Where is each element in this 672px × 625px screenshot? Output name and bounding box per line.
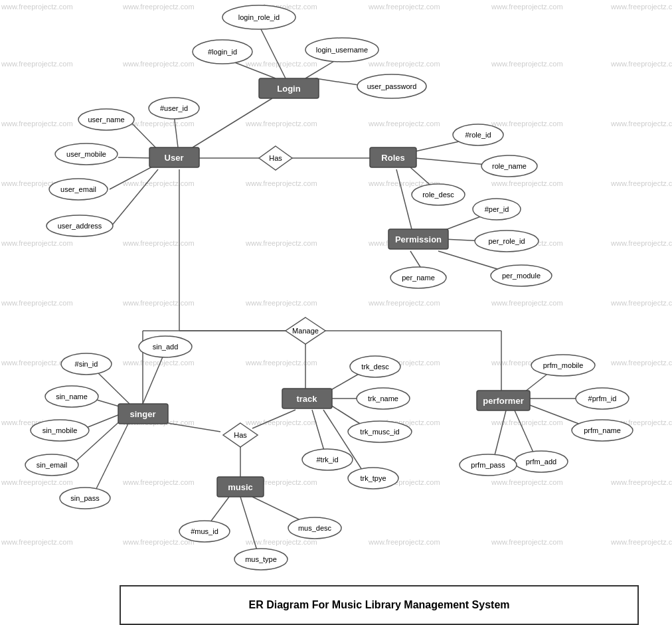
svg-text:www.freeprojectz.com: www.freeprojectz.com: [122, 478, 195, 486]
svg-line-75: [396, 169, 412, 229]
svg-text:www.freeprojectz.com: www.freeprojectz.com: [610, 299, 672, 307]
attr-sin-mobile-label: sin_mobile: [42, 426, 78, 434]
attr-user-mobile-label: user_mobile: [66, 150, 106, 158]
svg-text:www.freeprojectz.com: www.freeprojectz.com: [491, 120, 563, 128]
svg-text:www.freeprojectz.com: www.freeprojectz.com: [368, 3, 440, 11]
attr-mus-desc-label: mus_desc: [298, 524, 332, 532]
attr-trk-desc-label: trk_desc: [361, 363, 389, 371]
attr-mus-type-label: mus_type: [245, 555, 277, 563]
svg-text:www.freeprojectz.com: www.freeprojectz.com: [491, 478, 563, 486]
svg-text:www.freeprojectz.com: www.freeprojectz.com: [245, 239, 317, 247]
svg-text:www.freeprojectz.com: www.freeprojectz.com: [1, 239, 73, 247]
attr-login-id-label: #login_id: [208, 48, 237, 56]
svg-text:www.freeprojectz.com: www.freeprojectz.com: [245, 120, 317, 128]
svg-text:www.freeprojectz.com: www.freeprojectz.com: [610, 538, 672, 546]
svg-text:www.freeprojectz.com: www.freeprojectz.com: [245, 359, 317, 367]
svg-text:www.freeprojectz.com: www.freeprojectz.com: [610, 359, 672, 367]
svg-text:www.freeprojectz.com: www.freeprojectz.com: [610, 3, 672, 11]
rel-has-singer-track-label: Has: [234, 431, 247, 439]
attr-user-password-label: user_password: [367, 82, 417, 90]
attr-user-name-label: user_name: [88, 116, 124, 124]
entity-roles-label: Roles: [381, 153, 404, 163]
attr-prfm-name-label: prfm_name: [584, 426, 621, 434]
attr-role-name-label: role_name: [492, 162, 527, 170]
attr-per-id-label: #per_id: [485, 205, 509, 213]
caption-text: ER Diagram For Music Library Management …: [249, 599, 510, 611]
attr-trk-name-label: trk_name: [368, 395, 398, 402]
svg-text:www.freeprojectz.com: www.freeprojectz.com: [122, 359, 195, 367]
entity-music-label: music: [228, 482, 253, 492]
attr-prfm-mobile-label: prfm_mobile: [543, 361, 584, 369]
svg-line-108: [240, 497, 259, 557]
svg-text:www.freeprojectz.com: www.freeprojectz.com: [1, 60, 73, 68]
attr-prfm-pass-label: prfm_pass: [471, 461, 505, 469]
entity-track-label: track: [296, 394, 317, 404]
attr-prfm-add-label: prfm_add: [526, 458, 556, 466]
svg-line-96: [312, 410, 325, 455]
svg-text:www.freeprojectz.com: www.freeprojectz.com: [245, 538, 317, 546]
svg-text:www.freeprojectz.com: www.freeprojectz.com: [245, 299, 317, 307]
svg-text:www.freeprojectz.com: www.freeprojectz.com: [122, 299, 195, 307]
svg-text:www.freeprojectz.com: www.freeprojectz.com: [1, 478, 73, 486]
attr-mus-id-label: #mus_id: [191, 527, 218, 535]
attr-user-email-label: user_email: [60, 185, 96, 193]
attr-prfm-id-label: #prfm_id: [588, 395, 617, 402]
svg-text:www.freeprojectz.com: www.freeprojectz.com: [368, 60, 440, 68]
svg-line-67: [118, 157, 154, 158]
entity-permission-label: Permission: [395, 234, 442, 244]
attr-sin-name-label: sin_name: [56, 393, 88, 401]
attr-sin-email-label: sin_email: [37, 461, 67, 469]
attr-user-id-label: #user_id: [160, 104, 188, 112]
svg-line-69: [112, 169, 158, 226]
svg-text:www.freeprojectz.com: www.freeprojectz.com: [491, 538, 563, 546]
svg-text:www.freeprojectz.com: www.freeprojectz.com: [491, 418, 563, 426]
svg-text:www.freeprojectz.com: www.freeprojectz.com: [122, 179, 195, 187]
er-diagram: www.freeprojectz.com www.freeprojectz.co…: [0, 0, 672, 578]
svg-text:www.freeprojectz.com: www.freeprojectz.com: [1, 538, 73, 546]
svg-line-92: [92, 424, 128, 498]
svg-text:www.freeprojectz.com: www.freeprojectz.com: [491, 3, 563, 11]
svg-text:www.freeprojectz.com: www.freeprojectz.com: [368, 299, 440, 307]
svg-text:www.freeprojectz.com: www.freeprojectz.com: [368, 538, 440, 546]
svg-text:www.freeprojectz.com: www.freeprojectz.com: [245, 60, 317, 68]
svg-line-88: [94, 369, 129, 404]
svg-text:www.freeprojectz.com: www.freeprojectz.com: [122, 60, 195, 68]
attr-per-module-label: per_module: [502, 272, 541, 280]
svg-text:www.freeprojectz.com: www.freeprojectz.com: [610, 179, 672, 187]
attr-trk-id-label: #trk_id: [316, 456, 338, 464]
svg-line-60: [259, 25, 286, 78]
svg-text:www.freeprojectz.com: www.freeprojectz.com: [491, 179, 563, 187]
attr-trk-tpye-label: trk_tpye: [360, 474, 386, 482]
svg-text:www.freeprojectz.com: www.freeprojectz.com: [491, 60, 563, 68]
attr-trk-musc-id-label: trk_musc_id: [360, 428, 399, 436]
entity-singer-label: singer: [129, 409, 155, 419]
entity-performer-label: performer: [483, 396, 523, 406]
svg-text:www.freeprojectz.com: www.freeprojectz.com: [122, 538, 195, 546]
svg-text:www.freeprojectz.com: www.freeprojectz.com: [245, 179, 317, 187]
attr-sin-add-label: sin_add: [153, 343, 179, 351]
attr-role-desc-label: role_desc: [422, 191, 454, 199]
svg-text:www.freeprojectz.com: www.freeprojectz.com: [1, 299, 73, 307]
attr-role-id-label: #role_id: [465, 131, 491, 139]
entity-login-label: Login: [277, 84, 300, 94]
svg-text:www.freeprojectz.com: www.freeprojectz.com: [1, 3, 73, 11]
rel-has-user-roles-label: Has: [269, 154, 282, 162]
svg-text:www.freeprojectz.com: www.freeprojectz.com: [368, 120, 440, 128]
svg-text:www.freeprojectz.com: www.freeprojectz.com: [245, 418, 317, 426]
attr-sin-pass-label: sin_pass: [70, 494, 100, 502]
svg-text:www.freeprojectz.com: www.freeprojectz.com: [491, 299, 563, 307]
svg-text:www.freeprojectz.com: www.freeprojectz.com: [122, 239, 195, 247]
attr-login-role-id-label: login_role_id: [238, 13, 280, 21]
attr-user-address-label: user_address: [58, 222, 102, 230]
attr-sin-id-label: #sin_id: [75, 360, 98, 368]
svg-text:www.freeprojectz.com: www.freeprojectz.com: [610, 60, 672, 68]
attr-per-role-id-label: per_role_id: [488, 237, 525, 245]
svg-text:www.freeprojectz.com: www.freeprojectz.com: [610, 478, 672, 486]
attr-login-username-label: login_username: [316, 46, 368, 54]
attr-per-name-label: per_name: [402, 274, 435, 282]
svg-text:www.freeprojectz.com: www.freeprojectz.com: [610, 120, 672, 128]
entity-user-label: User: [165, 153, 184, 163]
svg-text:www.freeprojectz.com: www.freeprojectz.com: [122, 3, 195, 11]
svg-text:www.freeprojectz.com: www.freeprojectz.com: [1, 120, 73, 128]
svg-text:www.freeprojectz.com: www.freeprojectz.com: [610, 239, 672, 247]
